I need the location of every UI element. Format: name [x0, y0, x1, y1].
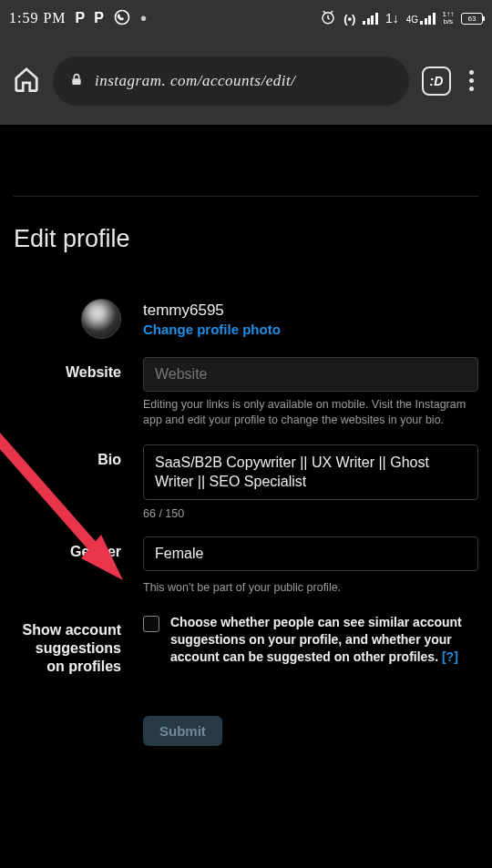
bio-counter: 66 / 150	[143, 507, 478, 520]
whatsapp-icon	[113, 8, 131, 29]
page-content: Edit profile temmy6595 Change profile ph…	[0, 196, 492, 746]
status-right: (•) 1↓ 4G 1↑↑b/s 63	[320, 9, 483, 28]
url-bar[interactable]: instagram. com/accounts/edit/	[53, 56, 409, 106]
battery-icon: 63	[461, 13, 483, 25]
home-icon[interactable]	[13, 66, 40, 97]
website-input[interactable]: Website	[143, 357, 478, 392]
website-label: Website	[14, 357, 143, 428]
avatar[interactable]	[81, 299, 121, 339]
submit-button[interactable]: Submit	[143, 716, 222, 746]
tabs-button[interactable]: :D	[422, 66, 451, 96]
website-row: Website Website Editing your links is on…	[14, 357, 478, 428]
suggestions-checkbox[interactable]	[143, 616, 159, 632]
submit-row: Submit	[14, 692, 478, 746]
change-photo-link[interactable]: Change profile photo	[143, 322, 478, 337]
gender-help: This won't be part of your public profil…	[143, 580, 478, 596]
svg-point-0	[115, 10, 128, 24]
signal-bars-icon	[363, 12, 378, 25]
notification-dot-icon: •	[140, 8, 147, 29]
p-icon-2: P	[94, 10, 104, 26]
suggestions-row: Show account suggestions on profiles Cho…	[14, 614, 478, 676]
bio-label: Bio	[14, 444, 143, 521]
status-left: 1:59 PM P P •	[9, 8, 147, 29]
page-title: Edit profile	[14, 225, 478, 253]
browser-bar: instagram. com/accounts/edit/ :D	[0, 36, 492, 125]
data-arrows-icon: 1↓	[385, 11, 399, 26]
bio-input[interactable]: SaaS/B2B Copywriter || UX Writer || Ghos…	[143, 444, 478, 501]
gender-row: Gender Female This won't be part of your…	[14, 536, 478, 596]
alarm-icon	[320, 9, 336, 28]
gender-label: Gender	[14, 536, 143, 596]
svg-rect-2	[72, 78, 80, 85]
hotspot-icon: (•)	[343, 12, 355, 26]
bio-row: Bio SaaS/B2B Copywriter || UX Writer || …	[14, 444, 478, 521]
profile-header: temmy6595 Change profile photo	[14, 299, 478, 339]
suggestions-help-link[interactable]: [?]	[442, 649, 458, 664]
divider	[14, 196, 478, 197]
username: temmy6595	[143, 301, 478, 320]
data-rate: 1↑↑b/s	[443, 11, 454, 26]
lock-icon	[69, 71, 84, 91]
signal-4g-icon: 4G	[406, 12, 436, 25]
kebab-menu-icon[interactable]	[464, 70, 479, 91]
suggestions-label: Show account suggestions on profiles	[14, 614, 143, 676]
gender-input[interactable]: Female	[143, 536, 478, 571]
p-icon-1: P	[76, 10, 86, 26]
suggestions-text: Choose whether people can see similar ac…	[170, 614, 478, 666]
status-time: 1:59 PM	[9, 10, 67, 26]
website-help: Editing your links is only available on …	[143, 397, 478, 428]
status-bar: 1:59 PM P P • (•) 1↓ 4G 1↑↑b/s 63	[0, 0, 492, 36]
url-text: instagram. com/accounts/edit/	[95, 72, 295, 90]
